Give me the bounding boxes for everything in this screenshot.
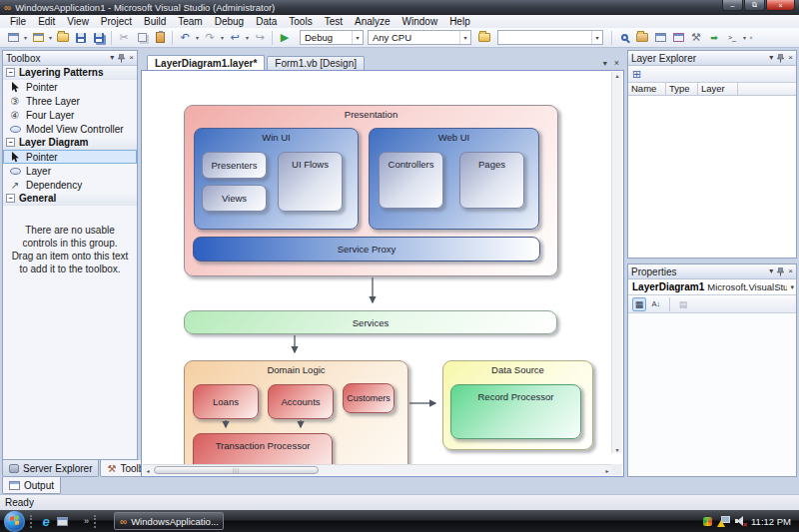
menu-window[interactable]: Window: [397, 15, 444, 28]
scrollbar-thumb[interactable]: |||: [154, 466, 319, 474]
menu-debug[interactable]: Debug: [209, 15, 250, 28]
property-pages-button[interactable]: ▤: [676, 297, 690, 311]
add-layer-button[interactable]: ⊞: [632, 68, 641, 81]
solution-configuration-combo[interactable]: Debug ▾: [300, 30, 364, 45]
layer-explorer-list[interactable]: [628, 96, 796, 258]
properties-object-combo[interactable]: LayerDiagram1 Microsoft.VisualStudio.T ▾: [628, 279, 796, 295]
menu-help[interactable]: Help: [443, 15, 476, 28]
menu-analyze[interactable]: Analyze: [349, 15, 397, 28]
find-in-files-button[interactable]: [475, 30, 493, 46]
toolbox-header[interactable]: Toolbox ▾ ×: [3, 51, 137, 66]
toolbox-item-layer[interactable]: Layer: [3, 164, 137, 178]
toolbox-item-pointer[interactable]: Pointer: [3, 80, 137, 94]
quick-launch-grip[interactable]: [30, 515, 33, 528]
tab-form1-design[interactable]: Form1.vb [Design]: [267, 56, 365, 70]
copy-button[interactable]: [133, 30, 151, 46]
close-icon[interactable]: ×: [788, 53, 793, 63]
layer-controllers[interactable]: Controllers: [379, 152, 443, 209]
menu-edit[interactable]: Edit: [32, 15, 61, 28]
add-item-dropdown[interactable]: ▾: [47, 34, 54, 41]
pin-icon[interactable]: [777, 267, 784, 276]
paste-button[interactable]: [151, 30, 169, 46]
layer-presenters[interactable]: Presenters: [202, 152, 267, 179]
pin-icon[interactable]: [777, 54, 784, 63]
menu-test[interactable]: Test: [319, 15, 349, 28]
tab-layerdiagram1[interactable]: LayerDiagram1.layer*: [147, 55, 265, 70]
extension-manager-button[interactable]: ➡: [705, 30, 723, 46]
scroll-down-icon[interactable]: ▾: [615, 446, 618, 453]
menu-data[interactable]: Data: [250, 15, 283, 28]
menu-view[interactable]: View: [61, 15, 95, 28]
save-button[interactable]: [72, 30, 90, 46]
layer-explorer-header[interactable]: Layer Explorer ▾ ×: [628, 51, 796, 66]
scroll-up-icon[interactable]: ▴: [615, 72, 618, 79]
tab-server-explorer[interactable]: Server Explorer: [2, 460, 99, 477]
close-document-icon[interactable]: ×: [614, 58, 619, 68]
minimize-button[interactable]: –: [722, 0, 743, 11]
menu-team[interactable]: Team: [172, 15, 208, 28]
find-combo[interactable]: ▾: [497, 30, 603, 45]
toolbox-item-three-layer[interactable]: ③ Three Layer: [3, 94, 137, 108]
layer-services[interactable]: Services: [184, 310, 557, 334]
undo-dropdown[interactable]: ▾: [194, 34, 201, 41]
save-all-button[interactable]: [90, 30, 108, 46]
layer-service-proxy[interactable]: Service Proxy: [193, 237, 540, 262]
restore-button[interactable]: ⧉: [744, 0, 765, 11]
alphabetical-button[interactable]: A↓: [649, 297, 663, 311]
navigate-forward-button[interactable]: ↪: [251, 30, 269, 46]
quick-launch-overflow-icon[interactable]: »: [84, 516, 89, 526]
vertical-scrollbar[interactable]: ▴ ▾: [611, 72, 622, 453]
properties-grid[interactable]: [628, 313, 796, 476]
document-list-dropdown-icon[interactable]: ▾: [603, 59, 607, 68]
tab-output[interactable]: Output: [2, 477, 61, 494]
close-button[interactable]: ×: [766, 0, 795, 11]
search-button[interactable]: [615, 30, 633, 46]
internet-explorer-icon[interactable]: e: [38, 514, 54, 529]
undo-button[interactable]: ↶: [176, 30, 194, 46]
layer-views[interactable]: Views: [202, 185, 267, 212]
close-icon[interactable]: ×: [788, 266, 793, 276]
properties-window-button[interactable]: [651, 30, 669, 46]
toolbox-item-four-layer[interactable]: ④ Four Layer: [3, 108, 137, 122]
toolbox-item-model-view-controller[interactable]: Model View Controller: [3, 122, 137, 136]
redo-button[interactable]: ↷: [201, 30, 219, 46]
open-file-button[interactable]: [54, 30, 72, 46]
toolbox-group-general[interactable]: − General: [3, 192, 137, 206]
network-status-icon[interactable]: [717, 516, 730, 527]
taskbar-button-windowsapplication1[interactable]: ∞ WindowsApplicatio...: [114, 512, 224, 530]
toolbar-overflow-button[interactable]: »: [749, 34, 755, 41]
toolbox-item-pointer-selected[interactable]: Pointer: [3, 150, 137, 164]
taskbar-clock[interactable]: 11:12 PM: [751, 516, 791, 527]
layer-pages[interactable]: Pages: [459, 152, 524, 209]
object-browser-button[interactable]: [669, 30, 687, 46]
tray-app-icon[interactable]: [703, 517, 712, 526]
column-name[interactable]: Name: [628, 83, 666, 95]
taskbar-grip[interactable]: [94, 515, 97, 528]
layer-record-processor[interactable]: Record Processor: [450, 384, 581, 439]
new-project-button[interactable]: [4, 30, 22, 46]
start-button[interactable]: [4, 511, 25, 532]
column-layer[interactable]: Layer: [698, 83, 738, 95]
layer-loans[interactable]: Loans: [193, 384, 259, 419]
switch-windows-icon[interactable]: [54, 517, 70, 526]
solution-explorer-button[interactable]: [633, 30, 651, 46]
horizontal-scrollbar[interactable]: ◂ ||| ▸: [143, 464, 612, 475]
collapse-icon[interactable]: −: [6, 194, 15, 203]
menu-tools[interactable]: Tools: [283, 15, 318, 28]
window-position-icon[interactable]: ▾: [769, 266, 773, 276]
solution-platform-combo[interactable]: Any CPU ▾: [368, 30, 471, 45]
volume-muted-icon[interactable]: ×: [735, 516, 746, 526]
start-debugging-button[interactable]: ▶: [276, 30, 294, 46]
close-icon[interactable]: ×: [129, 53, 134, 63]
redo-dropdown[interactable]: ▾: [219, 34, 226, 41]
collapse-icon[interactable]: −: [6, 138, 15, 147]
navigate-back-dropdown[interactable]: ▾: [244, 34, 251, 41]
toolbox-item-dependency[interactable]: ↗ Dependency: [3, 178, 137, 192]
layer-customers[interactable]: Customers: [343, 383, 395, 413]
scroll-left-icon[interactable]: ◂: [143, 465, 153, 475]
diagram-canvas[interactable]: Presentation Win UI Web UI Presenters UI…: [143, 72, 612, 465]
collapse-icon[interactable]: −: [6, 68, 15, 77]
cut-button[interactable]: ✂: [115, 30, 133, 46]
column-type[interactable]: Type: [666, 83, 698, 95]
layer-ui-flows[interactable]: UI Flows: [278, 152, 343, 212]
